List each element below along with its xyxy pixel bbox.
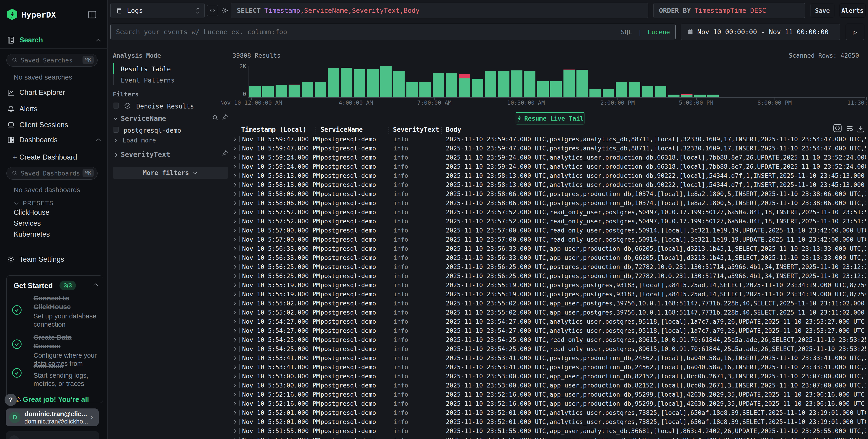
histogram-bar[interactable] (550, 82, 562, 97)
table-row[interactable]: Nov 10 5:53:00.000 PM postgresql-demo in… (230, 381, 868, 390)
table-row[interactable]: Nov 10 5:58:06.000 PM postgresql-demo in… (230, 198, 868, 208)
histogram-bar[interactable] (629, 82, 640, 97)
service-postgresql-checkbox[interactable] (113, 127, 119, 133)
expand-row-icon[interactable] (233, 310, 237, 315)
create-dashboard-button[interactable]: + Create Dashboard (0, 151, 107, 163)
table-row[interactable]: Nov 10 5:53:00.000 PM postgresql-demo in… (230, 372, 868, 381)
histogram-bar[interactable] (603, 89, 614, 97)
expand-row-icon[interactable] (233, 136, 237, 142)
table-code-view-button[interactable] (832, 123, 842, 133)
table-row[interactable]: Nov 10 5:56:33.000 PM postgresql-demo in… (230, 253, 868, 262)
expand-row-icon[interactable] (233, 209, 237, 215)
run-query-button[interactable]: ▷ (846, 24, 864, 40)
column-header-timestamp[interactable]: Timestamp (Local) (241, 126, 307, 133)
table-row[interactable]: Nov 10 5:59:24.000 PM postgresql-demo in… (230, 153, 868, 162)
column-resize-handle[interactable] (315, 127, 316, 133)
saved-searches-input[interactable]: Saved Searches ⌘K (6, 54, 98, 67)
filter-search-icon[interactable] (212, 115, 219, 121)
histogram-bar-error[interactable] (563, 69, 575, 70)
help-button[interactable]: ? (5, 394, 17, 406)
tab-event-patterns[interactable]: Event Patterns (121, 76, 175, 84)
results-histogram[interactable]: Nov 10 12:00:00 AM4:00:00 AM7:00:00 AM10… (248, 66, 866, 97)
histogram-bar[interactable] (537, 82, 549, 97)
table-row[interactable]: Nov 10 5:59:47.000 PM postgresql-demo in… (230, 134, 868, 144)
pin-icon[interactable] (222, 150, 228, 157)
histogram-bar[interactable] (315, 82, 326, 97)
expand-row-icon[interactable] (233, 401, 237, 407)
expand-row-icon[interactable] (233, 164, 237, 169)
table-row[interactable]: Nov 10 5:51:55.000 PM postgresql-demo in… (230, 435, 868, 439)
expand-row-icon[interactable] (233, 428, 237, 434)
column-resize-handle[interactable] (389, 127, 389, 133)
table-row[interactable]: Nov 10 5:53:41.000 PM postgresql-demo in… (230, 363, 868, 372)
table-row[interactable]: Nov 10 5:58:06.000 PM postgresql-demo in… (230, 189, 868, 198)
sidebar-item-dashboards[interactable]: Dashboards (0, 134, 107, 146)
expand-row-icon[interactable] (233, 346, 237, 352)
histogram-bar[interactable] (249, 86, 261, 97)
table-row[interactable]: Nov 10 5:57:52.000 PM postgresql-demo in… (230, 217, 868, 226)
table-row[interactable]: Nov 10 5:52:16.000 PM postgresql-demo in… (230, 390, 868, 399)
chevron-up-icon[interactable] (93, 283, 99, 286)
histogram-bar[interactable] (655, 86, 666, 97)
table-row[interactable]: Nov 10 5:52:01.000 PM postgresql-demo in… (230, 408, 868, 417)
histogram-bar[interactable] (694, 95, 706, 97)
table-row[interactable]: Nov 10 5:55:02.000 PM postgresql-demo in… (230, 308, 868, 317)
column-header-body[interactable]: Body (446, 126, 461, 133)
source-select[interactable]: Logs (110, 3, 205, 18)
expand-row-icon[interactable] (233, 227, 237, 233)
wrap-lines-button[interactable] (845, 124, 854, 133)
table-row[interactable]: Nov 10 5:54:25.000 PM postgresql-demo in… (230, 344, 868, 353)
table-row[interactable]: Nov 10 5:52:01.000 PM postgresql-demo in… (230, 417, 868, 426)
table-row[interactable]: Nov 10 5:55:19.000 PM postgresql-demo in… (230, 280, 868, 289)
histogram-bar[interactable] (276, 85, 287, 97)
presets-toggle[interactable]: PRESETS (14, 200, 54, 207)
table-row[interactable]: Nov 10 5:54:27.000 PM postgresql-demo in… (230, 317, 868, 326)
histogram-bar[interactable] (288, 85, 300, 97)
expand-row-icon[interactable] (233, 364, 237, 370)
expand-row-icon[interactable] (233, 373, 237, 379)
lang-lucene[interactable]: Lucene (648, 29, 670, 36)
lang-sql[interactable]: SQL (621, 29, 632, 36)
histogram-bar[interactable] (393, 71, 405, 97)
resume-live-tail-button[interactable]: Resume Live Tail (516, 112, 584, 124)
table-row[interactable]: Nov 10 5:54:25.000 PM postgresql-demo in… (230, 335, 868, 344)
expand-row-icon[interactable] (233, 391, 237, 398)
histogram-bar[interactable] (681, 95, 692, 97)
expand-row-icon[interactable] (233, 319, 237, 324)
preset-services[interactable]: Services (14, 219, 41, 227)
histogram-bar[interactable] (380, 66, 392, 97)
load-more-button[interactable]: Load more (123, 137, 156, 144)
expand-row-icon[interactable] (233, 155, 237, 160)
expand-row-icon[interactable] (233, 419, 237, 425)
table-row[interactable]: Nov 10 5:55:02.000 PM postgresql-demo in… (230, 299, 868, 308)
table-row[interactable]: Nov 10 5:57:00.000 PM postgresql-demo in… (230, 226, 868, 235)
histogram-bar[interactable] (433, 73, 444, 97)
expand-row-icon[interactable] (233, 146, 237, 151)
expand-row-icon[interactable] (233, 337, 237, 343)
table-row[interactable]: Nov 10 5:56:33.000 PM postgresql-demo in… (230, 244, 868, 253)
column-header-servicename[interactable]: ServiceName (320, 126, 363, 133)
histogram-bar[interactable] (498, 71, 509, 97)
sidebar-item-search[interactable]: Search (0, 34, 107, 46)
expand-row-icon[interactable] (233, 282, 237, 288)
search-input[interactable]: Search your events w/ Lucene ex. column:… (110, 24, 676, 40)
sidebar-item-chart-explorer[interactable]: Chart Explorer (0, 87, 107, 98)
histogram-bar[interactable] (616, 82, 627, 97)
expand-row-icon[interactable] (233, 264, 237, 270)
code-view-button[interactable] (207, 5, 218, 16)
query-settings-button[interactable] (220, 5, 231, 16)
histogram-bar-error[interactable] (472, 79, 483, 79)
table-row[interactable]: Nov 10 5:55:19.000 PM postgresql-demo in… (230, 289, 868, 299)
table-row[interactable]: Nov 10 5:56:25.000 PM postgresql-demo in… (230, 271, 868, 280)
alerts-button[interactable]: Alerts (840, 4, 865, 17)
filter-group-servicename[interactable]: ServiceName (121, 115, 166, 122)
histogram-bar[interactable] (459, 79, 470, 97)
sidebar-item-alerts[interactable]: Alerts (0, 103, 107, 115)
more-filters-button[interactable]: More filters (113, 167, 228, 179)
histogram-bar[interactable] (472, 79, 483, 97)
pin-icon[interactable] (222, 114, 228, 121)
expand-row-icon[interactable] (233, 273, 237, 279)
histogram-bar[interactable] (589, 89, 601, 97)
histogram-bar[interactable] (707, 95, 719, 97)
expand-row-icon[interactable] (233, 182, 237, 188)
